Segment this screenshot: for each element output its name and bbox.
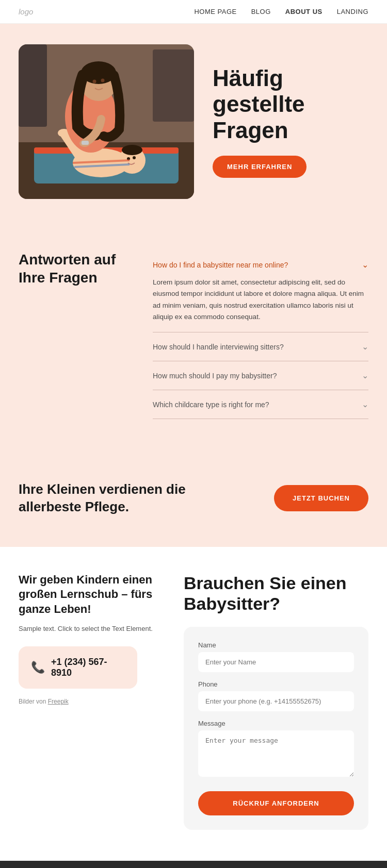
svg-point-15 — [101, 79, 105, 82]
faq-question-4: Which childcare type is right for me? — [153, 400, 269, 409]
faq-chevron-1: ⌄ — [362, 260, 368, 270]
contact-form: Name Phone Message RÜCKRUF ANFORDERN — [184, 627, 368, 830]
faq-chevron-4: ⌄ — [362, 399, 368, 409]
cta-section: Ihre Kleinen verdienen die allerbeste Pf… — [0, 450, 387, 547]
faq-right: How do I find a babysitter near me onlin… — [153, 251, 368, 419]
phone-label: Phone — [198, 680, 354, 688]
svg-rect-17 — [82, 141, 89, 145]
svg-point-6 — [122, 145, 142, 155]
svg-point-13 — [81, 61, 116, 84]
contact-left-text: Sample text. Click to select the Text El… — [19, 624, 163, 634]
message-input[interactable] — [198, 730, 354, 777]
contact-form-title: Brauchen Sie einen Babysitter? — [184, 573, 368, 615]
faq-left: Antworten auf Ihre Fragen — [19, 251, 132, 287]
navbar: logo HOME PAGE BLOG ABOUT US LANDING — [0, 0, 387, 24]
faq-question-row-4[interactable]: Which childcare type is right for me? ⌄ — [153, 399, 368, 409]
nav-about[interactable]: ABOUT US — [285, 8, 322, 15]
contact-left: Wir geben Kindern einen großen Lernschub… — [19, 573, 163, 705]
cta-title: Ihre Kleinen verdienen die allerbeste Pf… — [19, 481, 194, 516]
name-input[interactable] — [198, 652, 354, 672]
faq-question-row-1[interactable]: How do I find a babysitter near me onlin… — [153, 260, 368, 270]
nav-landing[interactable]: LANDING — [337, 8, 368, 15]
faq-item-4: Which childcare type is right for me? ⌄ — [153, 390, 368, 419]
footer: Sample text. Click to select the Text El… — [0, 861, 387, 868]
faq-question-row-3[interactable]: How much should I pay my babysitter? ⌄ — [153, 371, 368, 380]
nav-home[interactable]: HOME PAGE — [194, 8, 236, 15]
phone-number: +1 (234) 567-8910 — [51, 657, 125, 678]
faq-item-3: How much should I pay my babysitter? ⌄ — [153, 361, 368, 390]
phone-card: 📞 +1 (234) 567-8910 — [19, 646, 137, 689]
faq-answer-1: Lorem ipsum dolor sit amet, consectetur … — [153, 277, 368, 323]
contact-section: Wir geben Kindern einen großen Lernschub… — [0, 547, 387, 861]
hero-title: Häufig gestellte Fragen — [213, 65, 368, 144]
svg-rect-18 — [19, 44, 47, 127]
name-label: Name — [198, 641, 354, 649]
faq-left-title: Antworten auf Ihre Fragen — [19, 251, 132, 287]
faq-chevron-3: ⌄ — [362, 371, 368, 380]
freepik-credit: Bilder von Freepik — [19, 698, 163, 705]
phone-icon: 📞 — [31, 661, 45, 674]
jetzt-buchen-button[interactable]: JETZT BUCHEN — [274, 485, 368, 511]
hero-text: Häufig gestellte Fragen MEHR ERFAHREN — [213, 65, 368, 178]
nav-links: HOME PAGE BLOG ABOUT US LANDING — [194, 8, 368, 15]
freepik-text: Bilder von — [19, 698, 48, 705]
faq-question-3: How much should I pay my babysitter? — [153, 372, 277, 380]
faq-chevron-2: ⌄ — [362, 342, 368, 352]
faq-question-row-2[interactable]: How should I handle interviewing sitters… — [153, 342, 368, 352]
svg-point-8 — [133, 156, 136, 159]
faq-item-1: How do I find a babysitter near me onlin… — [153, 251, 368, 332]
faq-item-2: How should I handle interviewing sitters… — [153, 332, 368, 361]
message-label: Message — [198, 720, 354, 727]
freepik-link[interactable]: Freepik — [48, 698, 69, 705]
faq-question-1: How do I find a babysitter near me onlin… — [153, 261, 288, 269]
faq-section: Antworten auf Ihre Fragen How do I find … — [0, 225, 387, 450]
contact-left-title: Wir geben Kindern einen großen Lernschub… — [19, 573, 163, 617]
faq-question-2: How should I handle interviewing sitters… — [153, 343, 284, 351]
message-field-group: Message — [198, 720, 354, 779]
phone-field-group: Phone — [198, 680, 354, 711]
svg-point-14 — [93, 80, 96, 84]
mehr-erfahren-button[interactable]: MEHR ERFAHREN — [213, 156, 307, 178]
svg-rect-19 — [153, 49, 194, 122]
phone-input[interactable] — [198, 691, 354, 711]
hero-section: Häufig gestellte Fragen MEHR ERFAHREN — [0, 24, 387, 225]
submit-button[interactable]: RÜCKRUF ANFORDERN — [198, 791, 354, 815]
nav-blog[interactable]: BLOG — [251, 8, 271, 15]
hero-image — [19, 44, 194, 199]
contact-right: Brauchen Sie einen Babysitter? Name Phon… — [184, 573, 368, 830]
name-field-group: Name — [198, 641, 354, 672]
logo: logo — [19, 7, 33, 16]
